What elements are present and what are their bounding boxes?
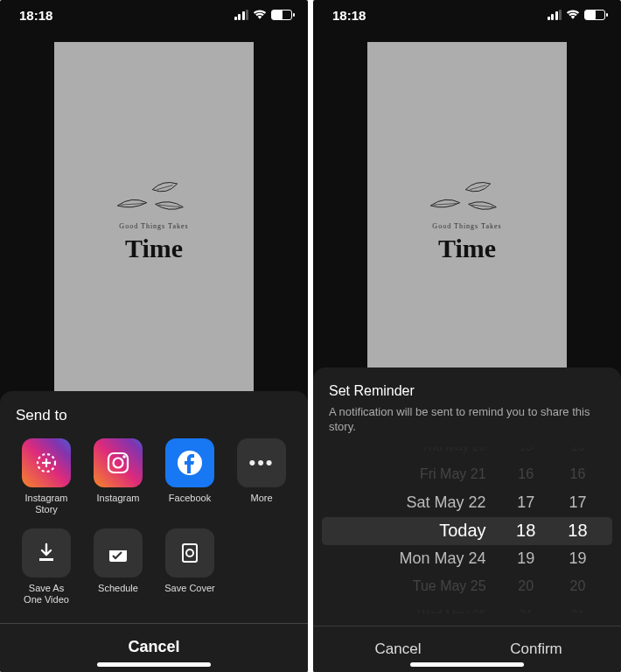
reminder-subtitle: A notification will be sent to remind yo… xyxy=(329,404,605,435)
story-preview: Good Things Takes Time xyxy=(54,42,254,396)
signal-icon xyxy=(548,10,562,20)
wifi-icon xyxy=(253,10,267,20)
phone-left: 18:18 Good Things Takes Time Send to Ins… xyxy=(0,0,308,672)
status-icons xyxy=(548,10,606,20)
confirm-button[interactable]: Confirm xyxy=(467,626,605,665)
send-to-sheet: Send to Instagram Story Instagram Facebo… xyxy=(0,391,308,672)
share-label: Facebook xyxy=(169,493,211,514)
status-time: 18:18 xyxy=(19,8,52,23)
picker-day-column[interactable]: Thu May 20 Fri May 21 Sat May 22 Today M… xyxy=(331,447,500,613)
share-label: More xyxy=(250,493,272,514)
share-instagram-story[interactable]: Instagram Story xyxy=(12,438,80,515)
wifi-icon xyxy=(566,10,580,20)
preview-title: Time xyxy=(438,234,496,263)
download-icon xyxy=(22,528,71,578)
svg-line-18 xyxy=(471,205,493,207)
preview-caption: Good Things Takes xyxy=(119,222,188,230)
svg-line-19 xyxy=(434,204,457,206)
picker-hour-column[interactable]: 15 16 17 18 19 20 21 xyxy=(500,447,552,613)
share-instagram[interactable]: Instagram xyxy=(84,438,152,515)
save-cover-icon xyxy=(165,528,214,578)
battery-icon xyxy=(271,10,292,20)
svg-line-1 xyxy=(158,205,180,207)
status-bar: 18:18 xyxy=(0,0,308,30)
phone-right: 18:18 Good Things Takes Time Set Reminde… xyxy=(313,0,621,672)
svg-line-2 xyxy=(121,204,144,206)
share-label: Save Cover xyxy=(164,583,214,604)
preview-caption: Good Things Takes xyxy=(432,222,501,230)
instagram-story-icon xyxy=(22,438,71,487)
svg-rect-10 xyxy=(39,558,53,561)
svg-rect-15 xyxy=(183,544,197,562)
share-label: Save As One Video xyxy=(24,583,69,606)
picker-minute-column[interactable]: 15 16 17 18 19 20 21 xyxy=(552,447,604,613)
share-label: Instagram xyxy=(97,493,140,514)
status-bar: 18:18 xyxy=(313,0,621,30)
svg-rect-13 xyxy=(113,543,115,548)
share-more[interactable]: ••• More xyxy=(227,438,296,515)
share-facebook[interactable]: Facebook xyxy=(156,438,224,515)
share-label: Instagram Story xyxy=(25,493,68,515)
save-as-one-video[interactable]: Save As One Video xyxy=(12,528,80,606)
facebook-icon xyxy=(165,438,214,487)
schedule-button[interactable]: Schedule xyxy=(84,528,152,606)
svg-point-16 xyxy=(186,550,193,556)
svg-rect-12 xyxy=(109,546,127,550)
sheet-title: Send to xyxy=(12,407,296,424)
svg-rect-14 xyxy=(122,543,124,548)
svg-point-8 xyxy=(122,455,126,458)
cancel-button[interactable]: Cancel xyxy=(12,624,296,663)
preview-title: Time xyxy=(125,234,183,263)
status-time: 18:18 xyxy=(332,8,366,23)
battery-icon xyxy=(584,10,605,20)
save-cover-button[interactable]: Save Cover xyxy=(156,528,224,606)
instagram-icon xyxy=(94,438,143,487)
leaves-icon xyxy=(423,175,511,219)
home-indicator xyxy=(410,662,524,667)
calendar-icon xyxy=(94,528,143,578)
cancel-button[interactable]: Cancel xyxy=(329,626,467,665)
reminder-sheet: Set Reminder A notification will be sent… xyxy=(313,368,621,672)
share-grid: Instagram Story Instagram Facebook ••• M… xyxy=(12,438,296,606)
more-icon: ••• xyxy=(237,438,286,487)
svg-point-7 xyxy=(114,458,123,468)
share-label: Schedule xyxy=(98,583,138,604)
story-preview: Good Things Takes Time xyxy=(367,42,567,396)
reminder-title: Set Reminder xyxy=(329,383,605,399)
datetime-picker[interactable]: Thu May 20 Fri May 21 Sat May 22 Today M… xyxy=(322,447,612,613)
status-icons xyxy=(234,10,293,20)
leaves-icon xyxy=(110,175,198,219)
home-indicator xyxy=(97,662,211,667)
signal-icon xyxy=(234,10,249,20)
